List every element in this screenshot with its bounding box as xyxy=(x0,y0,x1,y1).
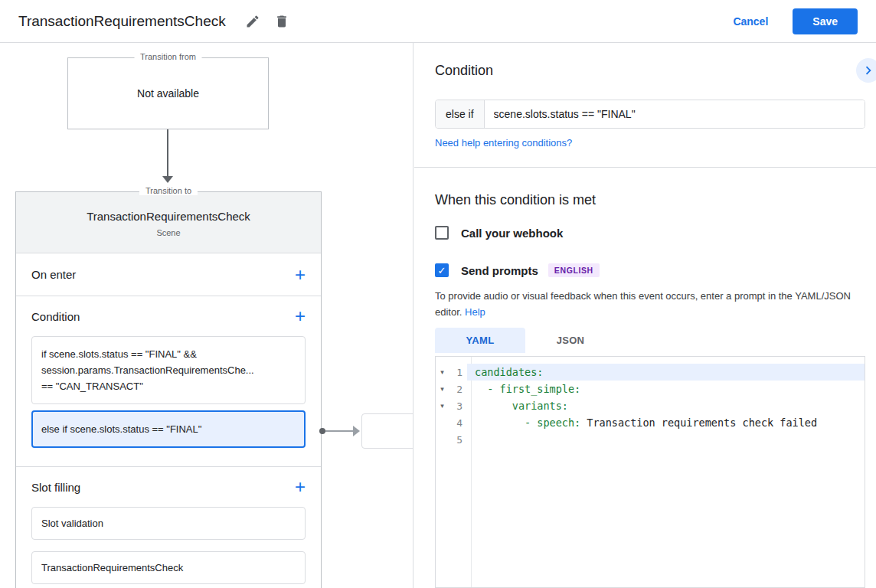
condition-section-header: Condition + xyxy=(16,296,321,336)
editor-line[interactable]: 4 - speech: Transaction requirements che… xyxy=(436,414,865,431)
slot-filling-label: Slot filling xyxy=(31,481,80,494)
panel-divider xyxy=(414,167,876,168)
tab-yaml[interactable]: YAML xyxy=(435,328,525,353)
code-token: - first_simple: xyxy=(475,383,580,395)
connector-arrow-icon xyxy=(353,426,360,436)
call-webhook-label: Call your webhook xyxy=(461,227,563,240)
transition-from-label: Transition from xyxy=(134,52,202,61)
collapse-panel-button[interactable] xyxy=(856,58,876,83)
transition-from-node[interactable]: Transition from Not available xyxy=(67,57,269,129)
editor-line[interactable]: 5 xyxy=(436,431,865,448)
scene-node-title: TransactionRequirementsCheck xyxy=(16,210,321,223)
send-prompts-row[interactable]: ✓ Send prompts ENGLISH xyxy=(435,263,600,277)
editor-lines: ▾ 1 candidates: ▾ 2 - first_simple: ▾ 3 … xyxy=(436,357,865,448)
call-webhook-checkbox[interactable] xyxy=(435,226,449,240)
send-prompts-label: Send prompts xyxy=(461,264,538,277)
slot-filling-header: Slot filling + xyxy=(16,467,321,507)
when-condition-met-title: When this condition is met xyxy=(435,192,596,208)
panel-title: Condition xyxy=(435,63,493,79)
code-token: candidates: xyxy=(475,366,543,378)
scene-graph-canvas: Transition from Not available Transition… xyxy=(0,43,413,588)
code-line[interactable]: - first_simple: xyxy=(467,381,865,397)
code-line[interactable]: variants: xyxy=(467,397,865,414)
slot-item[interactable]: TransactionRequirementsCheck xyxy=(31,551,306,584)
editor-line[interactable]: ▾ 2 - first_simple: xyxy=(436,381,865,397)
header-bar: TransactionRequirementsCheck Cancel Save xyxy=(0,0,876,43)
editor-line[interactable]: ▾ 3 variants: xyxy=(436,397,865,414)
connector-line xyxy=(324,430,355,432)
line-number: 2 xyxy=(449,384,467,395)
scene-node[interactable]: Transition to TransactionRequirementsChe… xyxy=(15,191,322,588)
code-line[interactable]: candidates: xyxy=(467,364,865,381)
transition-arrow-icon xyxy=(162,176,173,183)
add-condition-icon[interactable]: + xyxy=(295,307,306,325)
fold-arrow-icon[interactable]: ▾ xyxy=(436,402,449,410)
tab-json[interactable]: JSON xyxy=(525,328,616,353)
on-enter-label: On enter xyxy=(31,268,76,281)
code-line[interactable] xyxy=(467,431,865,448)
editor-format-tabs: YAML JSON xyxy=(435,328,616,353)
language-badge: ENGLISH xyxy=(548,263,600,277)
send-prompts-checkbox[interactable]: ✓ xyxy=(435,263,449,277)
fold-arrow-icon[interactable]: ▾ xyxy=(436,385,449,393)
scene-node-header: TransactionRequirementsCheck Scene xyxy=(16,192,321,253)
pencil-icon xyxy=(245,14,260,29)
condition-section: Condition + if scene.slots.status == "FI… xyxy=(16,296,321,467)
prompt-description-text: To provide audio or visual feedback when… xyxy=(435,290,851,318)
line-number: 1 xyxy=(449,367,467,378)
check-icon: ✓ xyxy=(438,266,446,276)
transition-connector-line xyxy=(167,129,168,178)
edit-title-button[interactable] xyxy=(240,8,266,34)
condition-expression-row: else if xyxy=(435,100,865,129)
call-webhook-row[interactable]: Call your webhook xyxy=(435,226,563,240)
add-slot-icon[interactable]: + xyxy=(295,478,306,496)
line-number: 4 xyxy=(449,417,467,429)
conditions-help-link[interactable]: Need help entering conditions? xyxy=(435,137,572,149)
transition-target-node[interactable] xyxy=(361,413,413,449)
on-enter-row[interactable]: On enter + xyxy=(16,253,321,296)
condition-prefix-label: else if xyxy=(436,100,485,128)
prompt-help-link[interactable]: Help xyxy=(465,306,485,318)
condition-expression-input[interactable] xyxy=(485,100,865,128)
transition-from-content: Not available xyxy=(68,58,268,129)
condition-item-selected[interactable]: else if scene.slots.status == "FINAL" xyxy=(31,410,306,448)
code-token: - speech: xyxy=(475,416,587,429)
line-number: 5 xyxy=(449,434,467,446)
editor-line[interactable]: ▾ 1 candidates: xyxy=(436,364,865,381)
save-button[interactable]: Save xyxy=(793,8,858,34)
cancel-button[interactable]: Cancel xyxy=(733,15,768,28)
transition-to-label: Transition to xyxy=(139,186,198,195)
connector-dot xyxy=(319,428,325,434)
fold-arrow-icon[interactable]: ▾ xyxy=(436,368,449,376)
prompt-code-editor[interactable]: ▾ 1 candidates: ▾ 2 - first_simple: ▾ 3 … xyxy=(435,356,865,588)
condition-item[interactable]: if scene.slots.status == "FINAL" && sess… xyxy=(31,336,306,404)
prompt-description: To provide audio or visual feedback when… xyxy=(435,289,873,321)
line-number: 3 xyxy=(449,400,467,412)
condition-detail-panel: Condition else if Need help entering con… xyxy=(414,43,876,588)
chevron-right-icon xyxy=(860,62,876,79)
delete-button[interactable] xyxy=(269,8,295,34)
page-title: TransactionRequirementsCheck xyxy=(18,13,226,30)
code-line[interactable]: - speech: Transaction requirements check… xyxy=(467,414,865,431)
trash-icon xyxy=(274,14,289,29)
condition-section-label: Condition xyxy=(31,310,80,323)
code-token: variants: xyxy=(475,400,568,412)
add-on-enter-icon[interactable]: + xyxy=(295,266,306,284)
code-token: Transaction requirements check failed xyxy=(587,416,817,429)
slot-filling-section: Slot filling + Slot validation Transacti… xyxy=(16,467,321,584)
slot-item[interactable]: Slot validation xyxy=(31,507,306,540)
scene-node-subtitle: Scene xyxy=(16,228,321,237)
actions-console-scene-editor: TransactionRequirementsCheck Cancel Save… xyxy=(0,0,876,588)
